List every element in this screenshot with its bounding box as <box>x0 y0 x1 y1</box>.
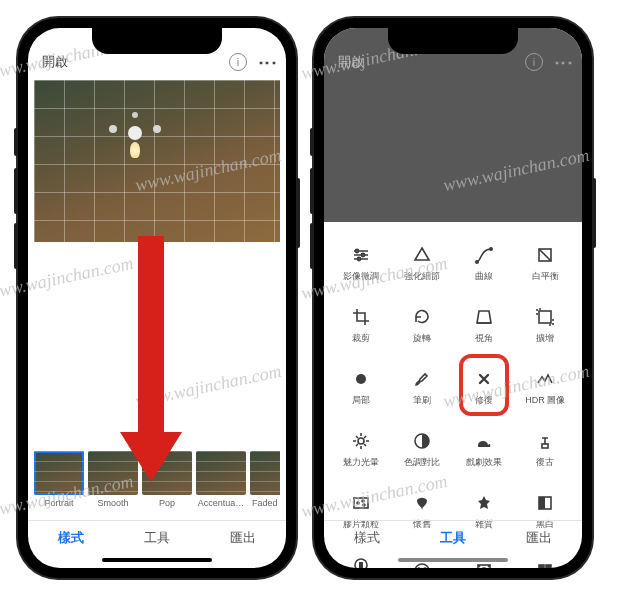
svg-rect-11 <box>542 444 548 448</box>
annotation-arrow <box>116 236 186 482</box>
tool-details[interactable]: 強化細節 <box>392 234 454 292</box>
tool-perspective[interactable]: 視角 <box>453 296 515 354</box>
curves-icon <box>473 244 495 266</box>
home-indicator[interactable] <box>398 558 508 562</box>
more-icon[interactable]: ⋮ <box>553 54 575 71</box>
filter-thumb[interactable]: Pop <box>142 451 192 508</box>
tool-label: 裁剪 <box>352 332 370 345</box>
header-open-label[interactable]: 開啟 <box>42 53 68 71</box>
tab-tools[interactable]: 工具 <box>114 521 200 554</box>
svg-rect-25 <box>539 565 544 568</box>
tab-tools[interactable]: 工具 <box>410 521 496 554</box>
filter-label: Portrait <box>34 498 84 508</box>
header-open-label[interactable]: 開啟 <box>338 53 364 71</box>
filter-thumb[interactable]: Accentua… <box>196 451 246 508</box>
tab-export[interactable]: 匯出 <box>200 521 286 554</box>
filter-thumb[interactable]: Portrait <box>34 451 84 508</box>
tool-label: 曲線 <box>475 270 493 283</box>
svg-point-20 <box>415 564 429 568</box>
svg-point-4 <box>476 260 478 262</box>
svg-point-14 <box>362 500 364 502</box>
tool-glamour[interactable]: 魅力光暈 <box>330 420 392 478</box>
notch <box>92 28 222 54</box>
tool-hdr[interactable]: HDR 圖像 <box>515 358 577 416</box>
tool-label: 強化細節 <box>404 270 440 283</box>
selective-icon <box>350 368 372 390</box>
retro-icon <box>411 492 433 514</box>
svg-point-15 <box>363 504 365 506</box>
tool-tonal[interactable]: 色調對比 <box>392 420 454 478</box>
svg-rect-26 <box>546 565 551 568</box>
svg-point-5 <box>490 247 492 249</box>
tool-label: 白平衡 <box>532 270 559 283</box>
phone-right: 開啟 i ⋮ 影像微調強化細節曲線白平衡裁剪旋轉視角擴增局部筆刷修復HDR 圖像… <box>314 18 592 578</box>
wb-icon <box>534 244 556 266</box>
filter-label: Pop <box>142 498 192 508</box>
tool-vintage[interactable]: 復古 <box>515 420 577 478</box>
vintage-icon <box>534 430 556 452</box>
more-icon <box>534 560 556 568</box>
bottom-tabs: 樣式 工具 匯出 <box>28 520 286 554</box>
heal-icon <box>473 368 495 390</box>
filter-thumb[interactable]: Faded Gl… <box>250 451 280 508</box>
tool-label: 魅力光暈 <box>343 456 379 469</box>
noir-icon <box>350 554 372 569</box>
phone-left: 開啟 i ⋮ Portrait Smooth Pop Accentua… <box>18 18 296 578</box>
bw-icon <box>534 492 556 514</box>
tonal-icon <box>411 430 433 452</box>
tab-export[interactable]: 匯出 <box>496 521 582 554</box>
tool-rotate[interactable]: 旋轉 <box>392 296 454 354</box>
tool-label: 局部 <box>352 394 370 407</box>
info-icon[interactable]: i <box>229 53 247 71</box>
rotate-icon <box>411 306 433 328</box>
tool-label: 筆刷 <box>413 394 431 407</box>
tool-brush[interactable]: 筆刷 <box>392 358 454 416</box>
tab-styles[interactable]: 樣式 <box>324 521 410 554</box>
brush-icon <box>411 368 433 390</box>
tab-styles[interactable]: 樣式 <box>28 521 114 554</box>
tool-label: 旋轉 <box>413 332 431 345</box>
tune-icon <box>350 244 372 266</box>
dim-background <box>324 72 582 222</box>
svg-marker-0 <box>120 236 182 482</box>
tools-grid: 影像微調強化細節曲線白平衡裁剪旋轉視角擴增局部筆刷修復HDR 圖像魅力光暈色調對… <box>324 226 582 520</box>
bottom-tabs: 樣式 工具 匯出 <box>324 520 582 554</box>
tool-expand[interactable]: 擴增 <box>515 296 577 354</box>
tool-wb[interactable]: 白平衡 <box>515 234 577 292</box>
expand-icon <box>534 306 556 328</box>
tool-label: 修復 <box>475 394 493 407</box>
svg-point-8 <box>356 374 366 384</box>
tool-label: 影像微調 <box>343 270 379 283</box>
filter-label: Accentua… <box>196 498 246 508</box>
image-preview[interactable] <box>34 80 280 242</box>
tool-drama[interactable]: 戲劇效果 <box>453 420 515 478</box>
svg-point-9 <box>358 438 364 444</box>
svg-point-13 <box>357 502 359 504</box>
filter-label: Smooth <box>88 498 138 508</box>
grainy-icon <box>350 492 372 514</box>
tool-heal[interactable]: 修復 <box>453 358 515 416</box>
more-icon[interactable]: ⋮ <box>257 54 279 71</box>
filter-thumb[interactable]: Smooth <box>88 451 138 508</box>
tool-crop[interactable]: 裁剪 <box>330 296 392 354</box>
filter-label: Faded Gl… <box>250 498 280 508</box>
tool-label: 擴增 <box>536 332 554 345</box>
tool-tune[interactable]: 影像微調 <box>330 234 392 292</box>
drama-icon <box>473 430 495 452</box>
notch <box>388 28 518 54</box>
perspective-icon <box>473 306 495 328</box>
tool-selective[interactable]: 局部 <box>330 358 392 416</box>
svg-rect-19 <box>359 562 363 568</box>
info-icon[interactable]: i <box>525 53 543 71</box>
filter-strip[interactable]: Portrait Smooth Pop Accentua… Faded Gl… … <box>34 451 280 508</box>
grunge-icon <box>473 492 495 514</box>
tool-curves[interactable]: 曲線 <box>453 234 515 292</box>
screen-left: 開啟 i ⋮ Portrait Smooth Pop Accentua… <box>28 28 286 568</box>
screen-right: 開啟 i ⋮ 影像微調強化細節曲線白平衡裁剪旋轉視角擴增局部筆刷修復HDR 圖像… <box>324 28 582 568</box>
hdr-icon <box>534 368 556 390</box>
glamour-icon <box>350 430 372 452</box>
home-indicator[interactable] <box>102 558 212 562</box>
svg-rect-17 <box>539 497 545 509</box>
tool-label: HDR 圖像 <box>525 394 565 407</box>
svg-rect-12 <box>354 498 368 508</box>
